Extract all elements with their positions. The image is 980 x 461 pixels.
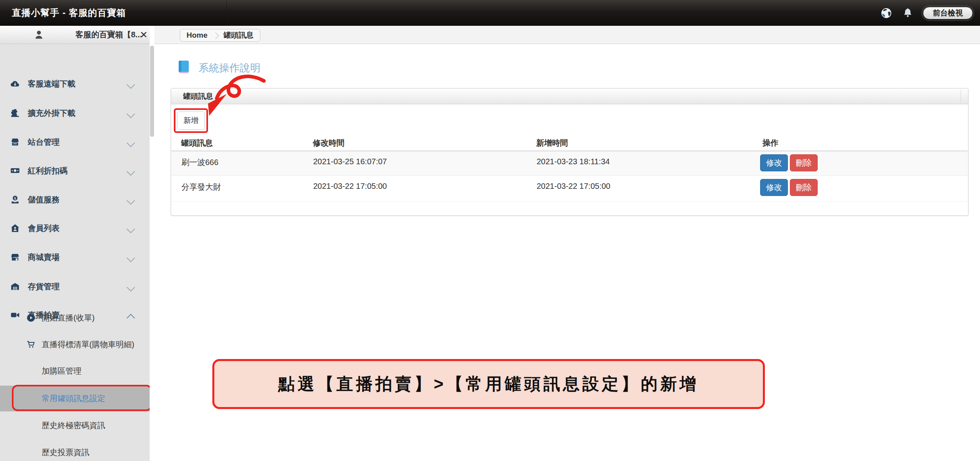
sidebar-item-member-list[interactable]: 會員列表: [0, 219, 150, 237]
sidebar-scrollbar[interactable]: [150, 26, 154, 461]
chevron-down-icon: [127, 139, 135, 147]
sidebar-item-plugin-download[interactable]: 擴充外掛下載: [0, 104, 150, 122]
edit-button[interactable]: 修改: [760, 154, 788, 171]
delete-button[interactable]: 刪除: [790, 179, 818, 196]
canned-message-panel: 罐頭訊息 新增 罐頭訊息 修改時間 新增時間 操作 刷一波666 2021-03…: [171, 88, 968, 216]
sidebar-item-label: 商城賣場: [28, 248, 60, 266]
breadcrumb-current: 罐頭訊息: [223, 30, 254, 40]
sidebar-item-label: 會員列表: [28, 219, 60, 237]
delete-button[interactable]: 刪除: [790, 154, 818, 171]
sidebar-subitem-start-live[interactable]: 開始直播(收單): [0, 309, 150, 327]
chevron-down-icon: [127, 225, 135, 233]
warehouse-icon: [10, 281, 20, 292]
puzzle-icon: [10, 108, 20, 118]
column-header-created: 新增時間: [536, 135, 568, 150]
cell-message: 刷一波666: [181, 157, 218, 168]
column-header-message: 罐頭訊息: [181, 135, 213, 150]
svg-text:$: $: [14, 196, 16, 200]
sidebar-item-label: 客服遠端下載: [28, 75, 75, 92]
table-header-row: 罐頭訊息 修改時間 新增時間 操作: [171, 135, 968, 150]
cloud-download-icon: [10, 79, 20, 89]
play-circle-icon: [26, 313, 36, 323]
sidebar-subitem-addon-zone[interactable]: 加購區管理: [0, 362, 150, 380]
sidebar-item-label: 紅利折扣碼: [28, 162, 67, 179]
breadcrumb-separator-icon: [212, 32, 219, 39]
sidebar-scrollbar-thumb[interactable]: [150, 46, 154, 137]
sidebar-subitem-label: 歷史投票資訊: [42, 444, 89, 461]
column-header-modified: 修改時間: [313, 135, 345, 150]
breadcrumb: Home 罐頭訊息: [180, 29, 260, 42]
table-row: 刷一波666 2021-03-25 16:07:07 2021-03-23 18…: [171, 150, 968, 176]
add-button[interactable]: 新增: [177, 111, 205, 130]
topbar-divider: [226, 0, 227, 26]
book-icon: [177, 60, 191, 76]
sidebar-subitem-label: 歷史終極密碼資訊: [42, 417, 105, 434]
sidebar: 客服的百寶箱【8... ✕ 客服遠端下載 擴充外掛下載 站台管理 紅利折扣碼 $…: [0, 26, 154, 461]
member-house-icon: [10, 223, 20, 233]
sidebar-subitem-label: 開始直播(收單): [42, 309, 94, 327]
sidebar-item-label: 存貨管理: [28, 278, 60, 295]
banknote-icon: [10, 165, 20, 176]
sidebar-item-site-management[interactable]: 站台管理: [0, 133, 150, 151]
sidebar-subitem-label: 直播得標清單(購物車明細): [42, 336, 134, 353]
notification-bell-icon[interactable]: [901, 7, 914, 19]
sidebar-item-label: 站台管理: [28, 133, 60, 151]
sidebar-subitem-label: 加購區管理: [42, 362, 81, 380]
cell-created-time: 2021-03-22 17:05:00: [537, 182, 610, 191]
coin-deposit-icon: $: [10, 194, 20, 205]
instruction-callout: 點選【直播拍賣】>【常用罐頭訊息設定】的新增: [212, 359, 765, 409]
sidebar-item-remote-download[interactable]: 客服遠端下載: [0, 75, 150, 92]
sidebar-item-topup-service[interactable]: $ 儲值服務: [0, 191, 150, 208]
cell-modified-time: 2021-03-25 16:07:07: [313, 157, 387, 166]
cell-modified-time: 2021-03-22 17:05:00: [313, 182, 387, 191]
sidebar-item-label: 儲值服務: [28, 191, 60, 208]
shop-icon: [10, 252, 20, 262]
app-root: 直播小幫手 - 客服的百寶箱 前台檢視 客服的百寶箱【8... ✕ 客服遠端下載: [0, 0, 980, 461]
top-bar: 直播小幫手 - 客服的百寶箱 前台檢視: [0, 0, 980, 26]
app-title: 直播小幫手 - 客服的百寶箱: [12, 0, 126, 26]
chevron-down-icon: [127, 110, 135, 118]
panel-title: 罐頭訊息: [183, 88, 213, 104]
column-header-actions: 操作: [762, 135, 778, 150]
chevron-down-icon: [127, 283, 135, 292]
sidebar-item-inventory[interactable]: 存貨管理: [0, 278, 150, 295]
sidebar-title: 客服的百寶箱【8...: [75, 26, 142, 44]
breadcrumb-bar: Home 罐頭訊息: [154, 26, 980, 44]
globe-icon[interactable]: [880, 7, 893, 19]
frontend-view-button[interactable]: 前台檢視: [923, 7, 973, 19]
sidebar-item-label: 擴充外掛下載: [28, 104, 75, 122]
chevron-down-icon: [127, 254, 135, 262]
sidebar-subitem-history-ultimate-password[interactable]: 歷史終極密碼資訊: [0, 417, 150, 434]
chevron-down-icon: [127, 167, 135, 176]
table-row: 分享發大財 2021-03-22 17:05:00 2021-03-22 17:…: [171, 176, 968, 202]
sidebar-item-bonus-coupon[interactable]: 紅利折扣碼: [0, 162, 150, 179]
section-title: 系統操作說明: [177, 60, 260, 76]
user-icon: [33, 29, 44, 42]
edit-button[interactable]: 修改: [760, 179, 788, 196]
chevron-down-icon: [127, 196, 135, 205]
cart-icon: [26, 340, 36, 349]
chevron-down-icon: [127, 81, 135, 89]
cell-message: 分享發大財: [181, 182, 221, 192]
sidebar-subitem-winning-list[interactable]: 直播得標清單(購物車明細): [0, 336, 150, 353]
sidebar-subitem-history-votes[interactable]: 歷史投票資訊: [0, 444, 150, 461]
sidebar-header: 客服的百寶箱【8... ✕: [0, 26, 154, 44]
cell-created-time: 2021-03-23 18:11:34: [537, 157, 610, 166]
close-icon[interactable]: ✕: [137, 26, 151, 44]
sidebar-item-mall[interactable]: 商城賣場: [0, 248, 150, 266]
sidebar-subitem-label: 常用罐頭訊息設定: [42, 390, 105, 407]
breadcrumb-home-link[interactable]: Home: [187, 31, 208, 40]
panel-header-divider: [961, 90, 961, 103]
section-title-text: 系統操作說明: [198, 61, 260, 75]
topbar-actions: 前台檢視: [880, 0, 973, 26]
sidebar-subitem-canned-message-settings[interactable]: 常用罐頭訊息設定: [0, 390, 150, 407]
panel-header: 罐頭訊息: [171, 88, 968, 104]
storefront-icon: [10, 137, 20, 147]
